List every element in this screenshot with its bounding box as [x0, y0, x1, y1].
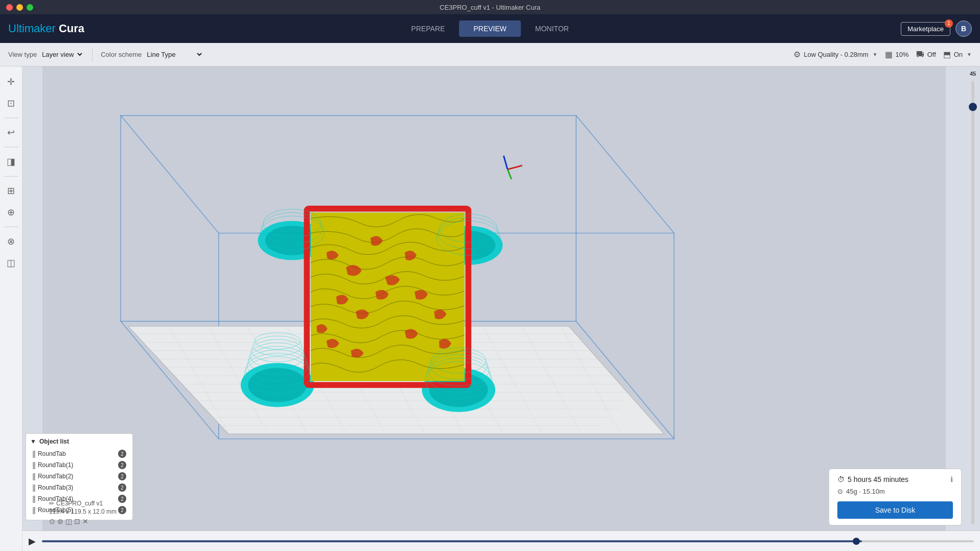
topnav: Ultimaker Cura PREPARE PREVIEW MONITOR M…	[0, 14, 980, 43]
layer-slider-container: 45	[966, 67, 980, 531]
colorscheme-group: Color scheme Line Type Layer Thickness S…	[101, 50, 203, 59]
nav-prepare[interactable]: PREPARE	[397, 20, 459, 37]
viewport[interactable]: 45 ▼ Object list ||| RoundTab 2 |||	[22, 67, 980, 551]
save-to-disk-button[interactable]: Save to Disk	[837, 501, 953, 519]
timeline-track[interactable]	[42, 540, 974, 542]
object-tool-4[interactable]: ⊡	[74, 517, 80, 525]
nav-preview[interactable]: PREVIEW	[459, 20, 521, 37]
timeline-fill	[42, 540, 862, 542]
window-title: CE3PRO_cuff v1 - Ultimaker Cura	[440, 4, 540, 11]
tool-separator-1	[4, 118, 18, 118]
obj-badge: 2	[118, 472, 126, 480]
adhesion-chevron: ▼	[967, 52, 972, 57]
layer-number: 45	[970, 71, 976, 77]
object-tool-3[interactable]: ◫	[65, 517, 72, 525]
marketplace-badge: 1	[945, 19, 953, 28]
close-button[interactable]	[6, 4, 13, 11]
undo-tool[interactable]: ↩	[2, 123, 20, 142]
support-group[interactable]: ⛟ Off	[916, 50, 936, 59]
layers-icon: |||	[32, 506, 35, 514]
quality-group[interactable]: ⚙ Low Quality - 0.28mm ▼	[793, 50, 877, 59]
preview-tool[interactable]: ◫	[2, 254, 20, 272]
nav-monitor[interactable]: MONITOR	[521, 20, 583, 37]
quality-label: Low Quality - 0.28mm	[804, 51, 868, 58]
print-material-row: ⊙ 45g · 15.10m	[837, 488, 953, 495]
print-time-row: ⏱ 5 hours 45 minutes ℹ	[837, 475, 953, 483]
scene-3d	[22, 67, 966, 531]
obj-badge: 2	[118, 450, 126, 458]
svg-rect-41	[311, 212, 465, 381]
adhesion-icon: ⬒	[943, 50, 951, 59]
object-list-header[interactable]: ▼ Object list	[30, 438, 128, 445]
colorscheme-label: Color scheme	[101, 51, 142, 58]
layers-icon: |||	[32, 450, 35, 458]
viewtype-label: View type	[8, 51, 37, 58]
main-area: ✛ ⊡ ↩ ◨ ⊞ ⊕ ⊗ ◫	[0, 67, 980, 551]
tool-separator-3	[4, 176, 18, 177]
arrange-tool[interactable]: ⊞	[2, 182, 20, 200]
support-label: Off	[927, 51, 936, 58]
collapse-icon: ▼	[30, 438, 36, 445]
info-icon[interactable]: ℹ	[950, 475, 953, 483]
dimensions-text: 119.4 x 119.5 x 12.0 mm	[49, 508, 117, 515]
colorscheme-select[interactable]: Line Type Layer Thickness Speed	[145, 50, 203, 59]
quality-chevron: ▼	[873, 52, 878, 57]
list-item[interactable]: ||| RoundTab(3) 2	[30, 482, 128, 493]
obj-name: RoundTab(1)	[38, 461, 73, 469]
user-avatar[interactable]: B	[955, 20, 972, 37]
list-item[interactable]: ||| RoundTab(2) 2	[30, 471, 128, 482]
object-tool-5[interactable]: ✕	[82, 517, 88, 525]
adhesion-label: On	[954, 51, 963, 58]
tool-separator-2	[4, 147, 18, 147]
print-time-text: 5 hours 45 minutes	[848, 475, 908, 483]
support-icon: ⛟	[916, 50, 924, 59]
layer-slider-thumb[interactable]	[969, 103, 977, 111]
fullscreen-button[interactable]	[27, 4, 33, 11]
mirror-tool[interactable]: ◨	[2, 152, 20, 171]
file-tools: ⊙ ⊚ ◫ ⊡ ✕	[49, 517, 117, 525]
obj-name: RoundTab	[38, 450, 66, 457]
layers-icon: |||	[32, 461, 35, 469]
list-item[interactable]: ||| RoundTab 2	[30, 448, 128, 459]
viewtype-group: View type Layer view Solid view X-Ray vi…	[8, 50, 84, 59]
print-info-panel: ⏱ 5 hours 45 minutes ℹ ⊙ 45g · 15.10m Sa…	[829, 469, 962, 525]
permodel-tool[interactable]: ⊗	[2, 232, 20, 251]
obj-badge: 2	[118, 461, 126, 469]
object-tool-1[interactable]: ⊙	[49, 517, 55, 525]
edit-icon: ✏	[49, 500, 54, 507]
list-item[interactable]: ||| RoundTab(1) 2	[30, 459, 128, 471]
infill-icon: ▦	[885, 50, 893, 59]
svg-point-33	[248, 368, 307, 402]
support-tool[interactable]: ⊕	[2, 203, 20, 222]
layer-slider-track[interactable]	[971, 81, 974, 524]
toolbar-divider-1	[92, 48, 93, 62]
timeline-thumb[interactable]	[853, 538, 860, 545]
filename: ✏ CE3PRO_cuff v1	[49, 500, 117, 507]
scale-tool[interactable]: ⊡	[2, 94, 20, 113]
secondary-toolbar: View type Layer view Solid view X-Ray vi…	[0, 43, 980, 67]
timeline-bar: ▶	[22, 531, 980, 551]
object-tool-2[interactable]: ⊚	[57, 517, 63, 525]
svg-rect-0	[42, 67, 946, 531]
layers-icon: |||	[32, 495, 35, 503]
infill-group[interactable]: ▦ 10%	[885, 50, 909, 59]
clock-icon: ⏱	[837, 475, 845, 483]
logo-ultimaker: Ultimaker	[8, 22, 56, 35]
object-list-title: Object list	[39, 438, 69, 445]
file-info: ✏ CE3PRO_cuff v1 119.4 x 119.5 x 12.0 mm…	[49, 500, 117, 525]
quality-icon: ⚙	[793, 50, 801, 59]
nav-center: PREPARE PREVIEW MONITOR	[397, 20, 583, 37]
play-button[interactable]: ▶	[29, 536, 36, 547]
titlebar: CE3PRO_cuff v1 - Ultimaker Cura	[0, 0, 980, 14]
minimize-button[interactable]	[16, 4, 23, 11]
filename-text: CE3PRO_cuff v1	[56, 500, 103, 507]
print-time-label: ⏱ 5 hours 45 minutes	[837, 475, 908, 483]
obj-badge: 2	[118, 495, 126, 503]
move-tool[interactable]: ✛	[2, 73, 20, 91]
layers-icon: |||	[32, 472, 35, 480]
adhesion-group[interactable]: ⬒ On ▼	[943, 50, 972, 59]
viewtype-select[interactable]: Layer view Solid view X-Ray view	[40, 50, 84, 59]
marketplace-button[interactable]: Marketplace 1	[901, 22, 950, 36]
app-logo: Ultimaker Cura	[8, 22, 84, 35]
toolbar-right: ⚙ Low Quality - 0.28mm ▼ ▦ 10% ⛟ Off ⬒ O…	[793, 50, 972, 59]
